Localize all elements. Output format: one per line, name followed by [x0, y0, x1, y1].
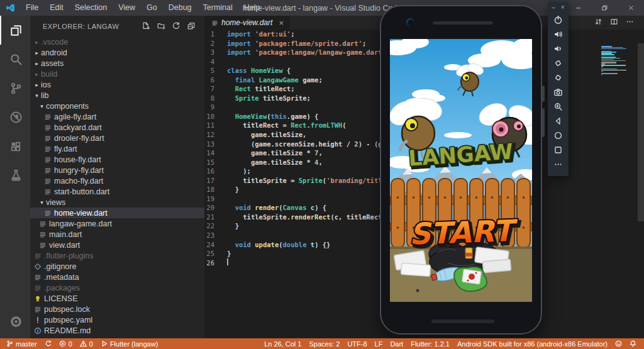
new-folder-button[interactable]	[157, 21, 165, 31]
menu-view[interactable]: View	[113, 0, 141, 16]
tree-item-start-button-dart[interactable]: start-button.dart	[30, 186, 204, 197]
open-changes-button[interactable]	[594, 17, 602, 28]
menu-file[interactable]: File	[20, 0, 44, 16]
tree-item-readme-md[interactable]: README.md	[30, 325, 204, 336]
tree-item-android[interactable]: ▸android	[30, 47, 204, 58]
status-lf[interactable]: LF	[371, 338, 387, 349]
emulator-close-button[interactable]: ×	[561, 4, 565, 11]
line-number: 16	[204, 167, 223, 176]
tree-item-metadata[interactable]: .metadata	[30, 272, 204, 282]
more-actions-button[interactable]	[626, 17, 634, 28]
tree-item-views[interactable]: ▾views	[30, 197, 204, 208]
line-number: 3	[204, 48, 223, 57]
status-dart[interactable]: Dart	[386, 338, 407, 349]
refresh-explorer-button[interactable]	[172, 21, 180, 31]
tree-item-gitignore[interactable]: .gitignore	[30, 261, 204, 272]
activity-source-control[interactable]	[0, 74, 30, 102]
activity-bar	[0, 16, 30, 338]
activity-extensions[interactable]	[0, 131, 30, 160]
tree-item-view-dart[interactable]: view.dart	[30, 240, 204, 250]
emulator-minimize-button[interactable]: –	[552, 4, 555, 11]
tree-item-label: house-fly.dart	[54, 155, 101, 164]
tree-item-packages[interactable]: .packages	[30, 282, 204, 293]
start-button-text[interactable]: START	[409, 213, 519, 252]
activity-settings[interactable]	[0, 307, 30, 336]
tree-item-house-fly-dart[interactable]: house-fly.dart	[30, 154, 204, 165]
tree-item-assets[interactable]: ▸assets	[30, 58, 204, 69]
explorer-icon	[9, 24, 23, 37]
status-spaces-2[interactable]: Spaces: 2	[305, 338, 343, 349]
status-bell[interactable]	[626, 338, 640, 349]
tree-item-pubspec-lock[interactable]: pubspec.lock	[30, 304, 204, 314]
emulator-screenshot-button[interactable]	[548, 85, 569, 99]
emulator-power-button[interactable]	[548, 13, 569, 27]
menu-terminal[interactable]: Terminal	[197, 0, 238, 16]
new-file-button[interactable]	[142, 21, 150, 31]
close-window-button[interactable]	[618, 0, 644, 16]
tree-item-build[interactable]: ▸build	[30, 69, 204, 79]
emulator-overview-button[interactable]	[548, 143, 569, 157]
tree-item-flutter-plugins[interactable]: .flutter-plugins	[30, 250, 204, 261]
tab-close-icon[interactable]: ×	[279, 18, 284, 28]
minimap[interactable]	[601, 46, 628, 77]
minimap-line	[601, 65, 626, 66]
emulator-zoom-in-button[interactable]	[548, 99, 569, 114]
activity-test[interactable]	[0, 160, 30, 189]
file-icon	[33, 274, 42, 281]
game-screen[interactable]: START START	[390, 39, 532, 302]
status-smiley[interactable]	[611, 338, 626, 349]
minimize-window-button[interactable]	[565, 0, 591, 16]
tree-item-license[interactable]: LICENSE	[30, 293, 204, 304]
tree-item-main-dart[interactable]: main.dart	[30, 229, 204, 240]
tree-item-langaw-game-dart[interactable]: langaw-game.dart	[30, 218, 204, 229]
status-sync[interactable]	[41, 338, 55, 349]
status-play[interactable]: Flutter (langaw)	[97, 338, 162, 349]
status-label: UTF-8	[347, 340, 367, 348]
collapse-folders-button[interactable]	[187, 21, 196, 31]
status-git-branch[interactable]: master	[3, 338, 41, 349]
status-android-sdk-built-for-x86-android-x86-emulator[interactable]: Android SDK built for x86 (android-x86 E…	[453, 338, 611, 349]
status-error[interactable]: 0	[55, 338, 76, 349]
menu-selection[interactable]: Selection	[69, 0, 113, 16]
menu-help[interactable]: Help	[238, 0, 266, 16]
editor-scrollbar[interactable]	[638, 43, 644, 221]
tree-item-pubspec-yaml[interactable]: pubspec.yaml	[30, 314, 204, 325]
tree-item-fly-dart[interactable]: fly.dart	[30, 143, 204, 154]
emulator-more-button[interactable]	[548, 157, 569, 172]
menu-debug[interactable]: Debug	[163, 0, 197, 16]
tree-item-vscode[interactable]: ▸.vscode	[30, 36, 204, 47]
activity-explorer[interactable]	[0, 16, 30, 45]
menu-go[interactable]: Go	[141, 0, 163, 16]
menu-edit[interactable]: Edit	[44, 0, 69, 16]
android-emulator-phone: START START	[380, 5, 542, 335]
status-utf-8[interactable]: UTF-8	[343, 338, 370, 349]
tab-home-view[interactable]: home-view.dart ×	[204, 16, 290, 30]
tree-item-components[interactable]: ▾components	[30, 101, 204, 111]
tree-item-backyard-dart[interactable]: backyard.dart	[30, 122, 204, 133]
tree-item-home-view-dart[interactable]: home-view.dart	[30, 208, 204, 218]
emulator-volume-down-button[interactable]	[548, 42, 569, 56]
tree-item-macho-fly-dart[interactable]: macho-fly.dart	[30, 175, 204, 186]
emulator-volume-up-button[interactable]	[548, 27, 569, 42]
rotate-left-icon	[553, 58, 563, 68]
split-editor-button[interactable]	[610, 17, 618, 28]
tree-item-drooler-fly-dart[interactable]: drooler-fly.dart	[30, 133, 204, 143]
warning-icon	[80, 340, 87, 347]
emulator-rotate-right-button[interactable]	[548, 70, 569, 85]
tree-item-agile-fly-dart[interactable]: agile-fly.dart	[30, 111, 204, 122]
status-flutter-1-2-1[interactable]: Flutter: 1.2.1	[407, 338, 453, 349]
emulator-home-button[interactable]	[548, 128, 569, 143]
phone-volume-button[interactable]	[542, 108, 545, 137]
phone-power-button[interactable]	[542, 86, 545, 102]
line-number: 10	[204, 112, 223, 121]
tree-item-ios[interactable]: ▸ios	[30, 79, 204, 90]
status-ln-26-col-1[interactable]: Ln 26, Col 1	[260, 338, 305, 349]
tree-item-lib[interactable]: ▾lib	[30, 90, 204, 101]
emulator-back-button[interactable]	[548, 114, 569, 128]
status-warning[interactable]: 0	[76, 338, 97, 349]
activity-debug[interactable]	[0, 102, 30, 131]
tree-item-hungry-fly-dart[interactable]: hungry-fly.dart	[30, 165, 204, 175]
restore-window-button[interactable]	[591, 0, 618, 16]
activity-search[interactable]	[0, 45, 30, 74]
emulator-rotate-left-button[interactable]	[548, 56, 569, 70]
